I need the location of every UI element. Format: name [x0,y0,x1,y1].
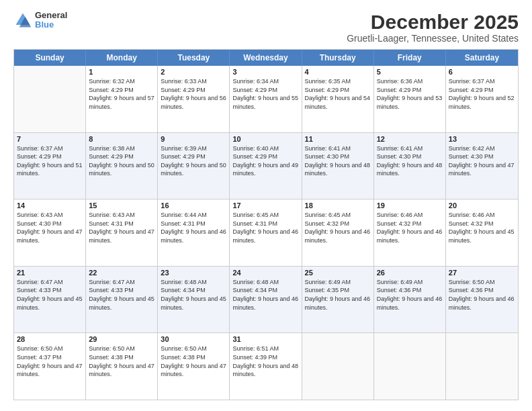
day-info: Sunrise: 6:39 AMSunset: 4:29 PMDaylight:… [161,144,226,178]
cal-cell-2-6: 20Sunrise: 6:46 AMSunset: 4:32 PMDayligh… [446,199,518,266]
day-info: Sunrise: 6:44 AMSunset: 4:31 PMDaylight:… [161,211,226,244]
day-info: Sunrise: 6:43 AMSunset: 4:30 PMDaylight:… [17,211,83,244]
cal-cell-1-2: 9Sunrise: 6:39 AMSunset: 4:29 PMDaylight… [158,133,230,199]
day-number: 29 [89,335,154,343]
day-number: 18 [305,201,371,210]
day-number: 30 [161,335,226,343]
day-info: Sunrise: 6:40 AMSunset: 4:29 PMDaylight:… [232,144,298,178]
day-info: Sunrise: 6:37 AMSunset: 4:29 PMDaylight:… [17,144,83,178]
day-number: 28 [17,335,83,343]
day-info: Sunrise: 6:50 AMSunset: 4:38 PMDaylight:… [161,345,226,378]
day-number: 16 [161,201,226,210]
day-number: 31 [232,335,298,343]
day-info: Sunrise: 6:48 AMSunset: 4:34 PMDaylight:… [232,278,298,312]
cal-cell-0-2: 2Sunrise: 6:33 AMSunset: 4:29 PMDaylight… [158,66,230,132]
header-thursday: Thursday [302,50,374,66]
day-number: 15 [89,201,154,210]
month-title: December 2025 [347,11,519,33]
day-number: 24 [232,269,298,277]
day-number: 3 [232,68,298,76]
day-number: 23 [161,269,226,277]
header-sunday: Sunday [14,50,86,66]
cal-cell-4-4 [302,333,374,400]
day-info: Sunrise: 6:50 AMSunset: 4:36 PMDaylight:… [449,278,515,312]
cal-cell-1-5: 12Sunrise: 6:41 AMSunset: 4:30 PMDayligh… [374,133,446,199]
day-number: 27 [449,269,515,277]
title-block: December 2025 Gruetli-Laager, Tennessee,… [347,11,519,44]
header-monday: Monday [86,50,158,66]
calendar-header: Sunday Monday Tuesday Wednesday Thursday… [14,50,518,66]
header-saturday: Saturday [446,50,518,66]
day-number: 6 [449,68,515,76]
cal-cell-3-6: 27Sunrise: 6:50 AMSunset: 4:36 PMDayligh… [446,267,518,333]
cal-cell-2-5: 19Sunrise: 6:46 AMSunset: 4:32 PMDayligh… [374,199,446,266]
cal-cell-3-1: 22Sunrise: 6:47 AMSunset: 4:33 PMDayligh… [86,267,158,333]
day-info: Sunrise: 6:42 AMSunset: 4:30 PMDaylight:… [449,144,515,178]
day-number: 19 [377,201,443,210]
calendar-row-0: 1Sunrise: 6:32 AMSunset: 4:29 PMDaylight… [14,66,518,133]
calendar-row-3: 21Sunrise: 6:47 AMSunset: 4:33 PMDayligh… [14,267,518,334]
day-info: Sunrise: 6:50 AMSunset: 4:38 PMDaylight:… [89,345,154,378]
header-friday: Friday [374,50,446,66]
day-number: 25 [305,269,371,277]
day-number: 4 [305,68,371,76]
day-info: Sunrise: 6:51 AMSunset: 4:39 PMDaylight:… [232,345,298,378]
day-number: 2 [161,68,226,76]
day-info: Sunrise: 6:47 AMSunset: 4:33 PMDaylight:… [89,278,154,312]
header: General Blue December 2025 Gruetli-Laage… [13,11,519,44]
calendar: Sunday Monday Tuesday Wednesday Thursday… [13,49,519,400]
cal-cell-0-6: 6Sunrise: 6:37 AMSunset: 4:29 PMDaylight… [446,66,518,132]
cal-cell-2-3: 17Sunrise: 6:45 AMSunset: 4:31 PMDayligh… [230,199,302,266]
day-number: 11 [305,135,371,143]
cal-cell-1-4: 11Sunrise: 6:41 AMSunset: 4:30 PMDayligh… [302,133,374,199]
day-info: Sunrise: 6:37 AMSunset: 4:29 PMDaylight:… [449,77,515,111]
day-info: Sunrise: 6:32 AMSunset: 4:29 PMDaylight:… [89,77,154,111]
header-wednesday: Wednesday [230,50,302,66]
day-number: 1 [89,68,154,76]
cal-cell-4-1: 29Sunrise: 6:50 AMSunset: 4:38 PMDayligh… [86,333,158,400]
cal-cell-2-4: 18Sunrise: 6:45 AMSunset: 4:32 PMDayligh… [302,199,374,266]
cal-cell-1-3: 10Sunrise: 6:40 AMSunset: 4:29 PMDayligh… [230,133,302,199]
location-title: Gruetli-Laager, Tennessee, United States [347,33,519,44]
cal-cell-0-4: 4Sunrise: 6:35 AMSunset: 4:29 PMDaylight… [302,66,374,132]
day-info: Sunrise: 6:34 AMSunset: 4:29 PMDaylight:… [232,77,298,111]
day-number: 9 [161,135,226,143]
day-info: Sunrise: 6:47 AMSunset: 4:33 PMDaylight:… [17,278,83,312]
day-info: Sunrise: 6:49 AMSunset: 4:35 PMDaylight:… [305,278,371,312]
logo: General Blue [13,11,67,30]
cal-cell-1-0: 7Sunrise: 6:37 AMSunset: 4:29 PMDaylight… [14,133,86,199]
cal-cell-3-5: 26Sunrise: 6:49 AMSunset: 4:36 PMDayligh… [374,267,446,333]
cal-cell-0-1: 1Sunrise: 6:32 AMSunset: 4:29 PMDaylight… [86,66,158,132]
day-number: 20 [449,201,515,210]
cal-cell-4-6 [446,333,518,400]
day-info: Sunrise: 6:33 AMSunset: 4:29 PMDaylight:… [161,77,226,111]
day-info: Sunrise: 6:41 AMSunset: 4:30 PMDaylight:… [377,144,443,178]
day-number: 17 [232,201,298,210]
header-tuesday: Tuesday [158,50,230,66]
cal-cell-0-0 [14,66,86,132]
logo-text: General Blue [35,11,67,30]
day-info: Sunrise: 6:36 AMSunset: 4:29 PMDaylight:… [377,77,443,111]
logo-icon [13,11,32,30]
day-info: Sunrise: 6:50 AMSunset: 4:37 PMDaylight:… [17,345,83,378]
cal-cell-2-1: 15Sunrise: 6:43 AMSunset: 4:31 PMDayligh… [86,199,158,266]
cal-cell-1-6: 13Sunrise: 6:42 AMSunset: 4:30 PMDayligh… [446,133,518,199]
day-number: 14 [17,201,83,210]
day-number: 21 [17,269,83,277]
cal-cell-0-5: 5Sunrise: 6:36 AMSunset: 4:29 PMDaylight… [374,66,446,132]
page: General Blue December 2025 Gruetli-Laage… [0,0,532,411]
day-number: 7 [17,135,83,143]
calendar-row-1: 7Sunrise: 6:37 AMSunset: 4:29 PMDaylight… [14,133,518,200]
day-info: Sunrise: 6:48 AMSunset: 4:34 PMDaylight:… [161,278,226,312]
day-number: 10 [232,135,298,143]
cal-cell-3-4: 25Sunrise: 6:49 AMSunset: 4:35 PMDayligh… [302,267,374,333]
calendar-row-4: 28Sunrise: 6:50 AMSunset: 4:37 PMDayligh… [14,333,518,400]
day-info: Sunrise: 6:46 AMSunset: 4:32 PMDaylight:… [377,211,443,244]
cal-cell-3-2: 23Sunrise: 6:48 AMSunset: 4:34 PMDayligh… [158,267,230,333]
day-info: Sunrise: 6:45 AMSunset: 4:31 PMDaylight:… [232,211,298,244]
cal-cell-4-2: 30Sunrise: 6:50 AMSunset: 4:38 PMDayligh… [158,333,230,400]
cal-cell-3-3: 24Sunrise: 6:48 AMSunset: 4:34 PMDayligh… [230,267,302,333]
calendar-body: 1Sunrise: 6:32 AMSunset: 4:29 PMDaylight… [14,66,518,400]
cal-cell-4-5 [374,333,446,400]
calendar-row-2: 14Sunrise: 6:43 AMSunset: 4:30 PMDayligh… [14,199,518,267]
